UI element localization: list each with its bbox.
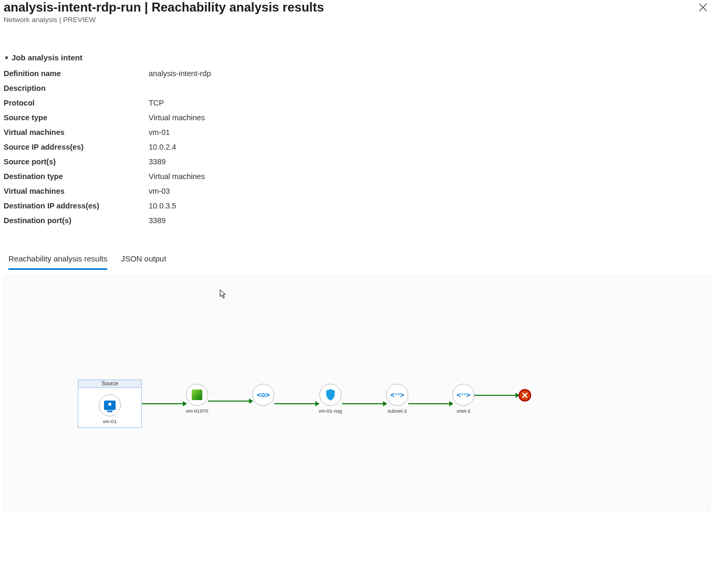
node-error[interactable] — [519, 389, 531, 402]
source-vm-value: vm-01 — [149, 128, 710, 136]
dest-vm-value: vm-03 — [149, 187, 710, 195]
job-intent-toggle[interactable]: ▼ Job analysis intent — [4, 53, 710, 62]
nic-icon — [192, 390, 202, 400]
dest-vm-label: Virtual machines — [4, 187, 149, 195]
definition-name-value: analysis-intent-rdp — [149, 69, 710, 78]
protocol-label: Protocol — [4, 99, 149, 107]
caret-down-icon: ▼ — [4, 55, 9, 61]
node-vnet[interactable]: <••> vnet-2 — [452, 384, 474, 414]
page-title: analysis-intent-rdp-run | Reachability a… — [4, 0, 324, 15]
source-port-label: Source port(s) — [4, 158, 149, 166]
dest-ip-label: Destination IP address(es) — [4, 202, 149, 210]
job-intent-heading: Job analysis intent — [12, 53, 82, 62]
edge — [142, 403, 186, 404]
source-vm-label: Virtual machines — [4, 128, 149, 136]
source-port-value: 3389 — [149, 158, 710, 166]
definition-name-label: Definition name — [4, 69, 149, 78]
protocol-value: TCP — [149, 99, 710, 107]
result-tabs: Reachability analysis results JSON outpu… — [8, 254, 714, 270]
node-subnet-label: subnet-2 — [388, 408, 407, 414]
source-type-label: Source type — [4, 113, 149, 122]
vnet-icon: <••> — [457, 391, 471, 399]
edge — [208, 401, 252, 402]
vm-icon — [104, 401, 116, 410]
dest-ip-value: 10.0.3.5 — [149, 202, 710, 210]
close-button[interactable] — [696, 0, 710, 15]
edge — [408, 403, 452, 404]
source-ip-label: Source IP address(es) — [4, 143, 149, 151]
config-icon: <⚙> — [257, 391, 270, 399]
dest-type-value: Virtual machines — [149, 172, 710, 181]
source-group-label: Source — [78, 380, 141, 388]
dest-type-label: Destination type — [4, 172, 149, 181]
node-config[interactable]: <⚙> — [252, 384, 274, 408]
close-icon — [699, 3, 707, 12]
node-nic-label: vm-01970 — [186, 408, 208, 414]
page-subtitle: Network analysis | PREVIEW — [4, 16, 324, 24]
node-vnet-label: vnet-2 — [457, 408, 470, 414]
topology-canvas[interactable]: Source vm-01 vm-01970 <⚙> — [4, 275, 710, 511]
source-type-value: Virtual machines — [149, 113, 710, 122]
edge — [274, 403, 318, 404]
dest-port-value: 3389 — [149, 216, 710, 225]
tab-reachability-results[interactable]: Reachability analysis results — [8, 254, 107, 270]
node-subnet[interactable]: <••> subnet-2 — [386, 384, 408, 414]
shield-icon — [325, 388, 336, 401]
node-vm-01[interactable]: vm-01 — [99, 394, 121, 424]
description-value — [149, 84, 710, 92]
intent-definition-table: Definition nameanalysis-intent-rdp Descr… — [4, 65, 710, 228]
dest-port-label: Destination port(s) — [4, 216, 149, 225]
edge — [342, 403, 386, 404]
node-nic[interactable]: vm-01970 — [186, 384, 208, 414]
description-label: Description — [4, 84, 149, 92]
edge — [474, 395, 519, 396]
node-nsg[interactable]: vm-01-nsg — [318, 384, 342, 414]
subnet-icon: <••> — [390, 391, 405, 399]
source-ip-value: 10.0.2.4 — [149, 143, 710, 151]
node-nsg-label: vm-01-nsg — [318, 408, 342, 414]
tab-json-output[interactable]: JSON output — [121, 254, 166, 270]
source-group[interactable]: Source vm-01 — [78, 380, 142, 428]
cursor-icon — [220, 289, 227, 301]
error-icon — [519, 389, 531, 402]
node-vm-01-label: vm-01 — [103, 418, 117, 424]
